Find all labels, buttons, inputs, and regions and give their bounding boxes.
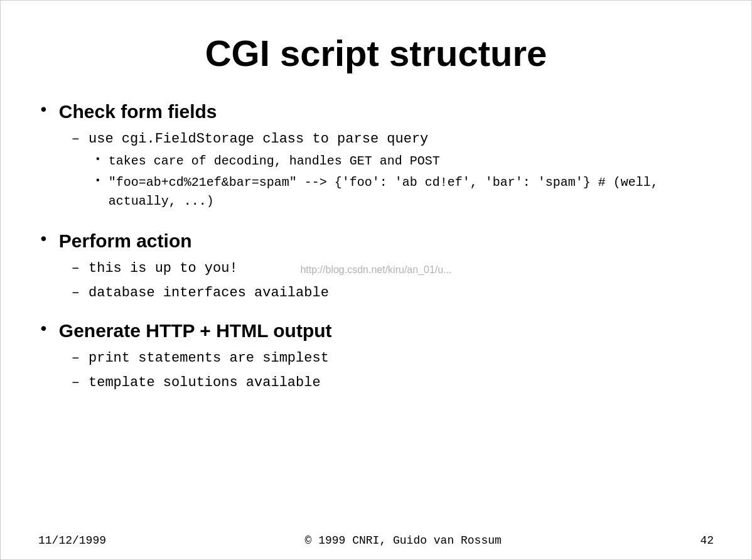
main-item-label: Generate HTTP + HTML output bbox=[59, 318, 332, 343]
sub-bullet-icon: • bbox=[95, 173, 101, 188]
sub-item-text: template solutions available bbox=[89, 372, 321, 393]
list-item: • Perform action – this is up to you! – … bbox=[38, 229, 714, 307]
main-item-wrapper: Check form fields – use cgi.FieldStorage… bbox=[59, 99, 714, 217]
main-item-wrapper: Generate HTTP + HTML output – print stat… bbox=[59, 318, 332, 397]
sub-sub-list: • takes care of decoding, handles GET an… bbox=[89, 152, 714, 211]
sub-item-wrapper: use cgi.FieldStorage class to parse quer… bbox=[89, 129, 714, 213]
main-item-label: Perform action bbox=[59, 229, 329, 253]
list-item: • takes care of decoding, handles GET an… bbox=[89, 152, 714, 171]
sub-item-text: database interfaces available bbox=[89, 283, 329, 303]
dash-icon: – bbox=[72, 258, 80, 279]
sub-list: – print statements are simplest – templa… bbox=[59, 348, 332, 397]
main-item-wrapper: Perform action – this is up to you! – da… bbox=[59, 229, 329, 307]
sub-sub-item-text: takes care of decoding, handles GET and … bbox=[109, 152, 440, 171]
bullet-icon: • bbox=[38, 229, 49, 251]
footer-page-number: 42 bbox=[700, 534, 714, 547]
sub-list: – this is up to you! – database interfac… bbox=[59, 258, 329, 307]
slide: CGI script structure • Check form fields… bbox=[0, 0, 752, 560]
footer-copyright: © 1999 CNRI, Guido van Rossum bbox=[305, 534, 502, 547]
sub-list: – use cgi.FieldStorage class to parse qu… bbox=[59, 129, 714, 217]
sub-item-text: this is up to you! bbox=[89, 258, 238, 279]
footer: 11/12/1999 © 1999 CNRI, Guido van Rossum… bbox=[1, 534, 751, 547]
sub-bullet-icon: • bbox=[95, 152, 101, 167]
list-item: • Check form fields – use cgi.FieldStora… bbox=[38, 99, 714, 217]
list-item: • "foo=ab+cd%21ef&bar=spam" --> {'foo': … bbox=[89, 173, 714, 211]
sub-sub-item-text: "foo=ab+cd%21ef&bar=spam" --> {'foo': 'a… bbox=[109, 173, 714, 211]
list-item: – template solutions available bbox=[59, 372, 332, 393]
list-item: – use cgi.FieldStorage class to parse qu… bbox=[59, 129, 714, 213]
slide-title: CGI script structure bbox=[38, 32, 714, 74]
dash-icon: – bbox=[72, 283, 80, 303]
dash-icon: – bbox=[72, 348, 80, 369]
sub-item-text: print statements are simplest bbox=[89, 348, 329, 369]
slide-content: • Check form fields – use cgi.FieldStora… bbox=[38, 99, 714, 397]
list-item: – this is up to you! bbox=[59, 258, 329, 279]
sub-item-text: use cgi.FieldStorage class to parse quer… bbox=[89, 131, 428, 147]
list-item: • Generate HTTP + HTML output – print st… bbox=[38, 318, 714, 397]
main-item-label: Check form fields bbox=[59, 99, 714, 124]
bullet-icon: • bbox=[38, 318, 49, 341]
dash-icon: – bbox=[72, 372, 80, 393]
list-item: – database interfaces available bbox=[59, 283, 329, 303]
dash-icon: – bbox=[72, 129, 80, 149]
list-item: – print statements are simplest bbox=[59, 348, 332, 369]
bullet-icon: • bbox=[38, 99, 49, 122]
main-list: • Check form fields – use cgi.FieldStora… bbox=[38, 99, 714, 397]
footer-date: 11/12/1999 bbox=[38, 534, 106, 547]
